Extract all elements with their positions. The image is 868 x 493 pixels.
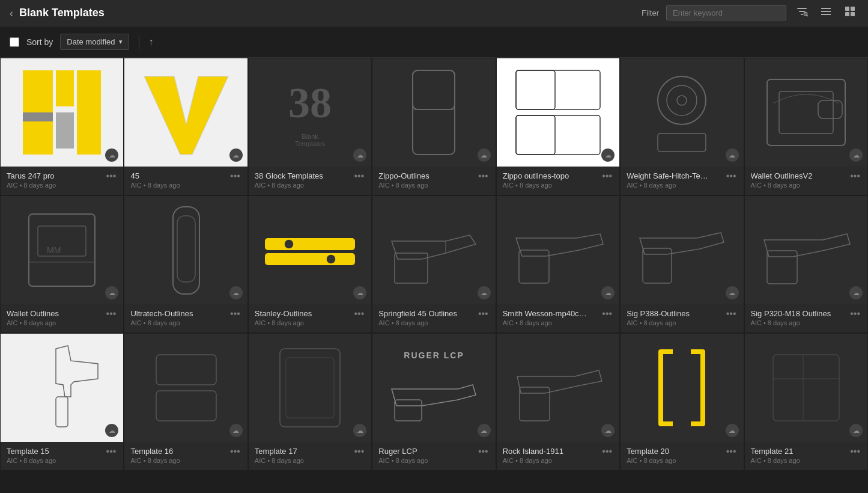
template-card[interactable]: ☁ Template 16 AIC • 8 days ago ••• [124,333,247,471]
card-meta: AIC • 8 days ago [751,182,813,189]
sort-dropdown[interactable]: Date modified ▾ [60,34,129,50]
card-thumbnail: ☁ [249,334,371,442]
back-button[interactable]: ‹ [10,8,13,19]
template-card[interactable]: ☁ Template 15 AIC • 8 days ago ••• [0,333,124,471]
card-menu-button[interactable]: ••• [229,171,241,181]
svg-point-26 [667,85,697,115]
card-name: Wallet OutlinesV2 [751,171,813,180]
card-meta: AIC • 8 days ago [378,182,429,189]
card-thumbnail: ☁ [745,196,867,304]
card-menu-button[interactable]: ••• [477,447,490,456]
card-menu-button[interactable]: ••• [849,171,861,181]
template-card[interactable]: ☁ Rock Island-1911 AIC • 8 days ago ••• [496,333,620,471]
card-text: 38 Glock Templates AIC • 8 days ago [255,171,323,189]
template-card[interactable]: 38 Blank Templates ☁ 38 Glock Templates … [248,58,372,195]
filter-input[interactable] [666,5,786,20]
card-meta: AIC • 8 days ago [7,182,56,189]
template-card[interactable]: ☁ Template 21 AIC • 8 days ago ••• [744,333,868,471]
card-text: Template 21 AIC • 8 days ago [751,447,800,464]
template-card[interactable]: ☁ Template 17 AIC • 8 days ago ••• [248,333,372,471]
card-meta: AIC • 8 days ago [130,457,180,464]
card-menu-button[interactable]: ••• [353,309,365,319]
card-info: Tarus 247 pro AIC • 8 days ago ••• [1,167,123,195]
card-thumbnail: ☁ [124,58,247,167]
svg-rect-11 [851,12,855,16]
card-menu-button[interactable]: ••• [477,171,490,181]
card-menu-button[interactable]: ••• [601,171,613,181]
list-view-button[interactable] [818,3,834,23]
card-menu-button[interactable]: ••• [849,447,861,456]
card-menu-button[interactable]: ••• [849,309,861,319]
card-menu-button[interactable]: ••• [229,447,241,456]
template-card[interactable]: ☁ Sig P388-Outlines AIC • 8 days ago ••• [620,195,744,333]
card-menu-button[interactable]: ••• [725,447,738,456]
sort-direction-button[interactable]: ↑ [149,37,154,47]
card-meta: AIC • 8 days ago [255,457,304,464]
card-menu-button[interactable]: ••• [229,309,241,319]
card-name: Wallet Outlines [7,309,59,318]
card-info: Zippo-Outlines AIC • 8 days ago ••• [372,167,495,195]
template-card[interactable]: ☁ Sig P320-M18 Outlines AIC • 8 days ago… [744,195,868,333]
svg-rect-19 [413,70,455,109]
template-card[interactable]: ☁ Zippo outlines-topo AIC • 8 days ago •… [496,58,620,195]
template-card[interactable]: ☁ Stanley-Outlines AIC • 8 days ago ••• [248,195,372,333]
card-info: Ultratech-Outlines AIC • 8 days ago ••• [124,304,247,332]
svg-rect-44 [519,250,549,283]
card-menu-button[interactable]: ••• [353,171,365,181]
card-menu-button[interactable]: ••• [725,171,738,181]
template-card[interactable]: ☁ Wallet OutlinesV2 AIC • 8 days ago ••• [744,58,868,195]
svg-rect-15 [23,112,53,121]
svg-rect-47 [56,397,68,427]
svg-rect-8 [845,7,849,11]
card-name: Smith Wesson-mp40c-Outlines [503,309,587,318]
card-meta: AIC • 8 days ago [255,319,312,326]
select-all-checkbox[interactable] [10,37,19,47]
card-menu-button[interactable]: ••• [725,309,738,319]
cloud-badge: ☁ [849,286,863,299]
grid-view-button[interactable] [842,3,858,23]
card-menu-button[interactable]: ••• [353,447,365,456]
card-name: Template 20 [627,447,676,456]
card-menu-button[interactable]: ••• [477,309,490,319]
card-meta: AIC • 8 days ago [627,182,711,189]
card-info: Template 15 AIC • 8 days ago ••• [1,442,123,470]
card-menu-button[interactable]: ••• [105,447,118,456]
svg-rect-24 [516,115,555,155]
card-menu-button[interactable]: ••• [601,447,613,456]
list-view-icon [820,5,832,17]
template-card[interactable]: ☁ Tarus 247 pro AIC • 8 days ago ••• [0,58,124,195]
template-card[interactable]: ☁ Springfield 45 Outlines AIC • 8 days a… [372,195,496,333]
card-name: Ultratech-Outlines [130,309,193,318]
filter-icon-button[interactable] [794,3,810,23]
card-thumbnail: ☁ [1,334,123,442]
card-info: Wallet OutlinesV2 AIC • 8 days ago ••• [745,167,867,195]
svg-rect-49 [156,391,216,421]
card-info: Springfield 45 Outlines AIC • 8 days ago… [372,304,495,332]
template-card[interactable]: ☁ Ultratech-Outlines AIC • 8 days ago ••… [124,195,247,333]
template-card[interactable]: MM ☁ Wallet Outlines AIC • 8 days ago ••… [0,195,124,333]
card-menu-button[interactable]: ••• [601,309,613,319]
chevron-down-icon: ▾ [119,38,123,46]
template-card[interactable]: ☁ 45 AIC • 8 days ago ••• [124,58,247,195]
svg-rect-40 [265,253,355,265]
card-info: Sig P320-M18 Outlines AIC • 8 days ago •… [745,304,867,332]
cloud-badge: ☁ [726,424,739,437]
card-info: Rock Island-1911 AIC • 8 days ago ••• [497,442,619,470]
cloud-badge: ☁ [601,149,615,162]
template-card[interactable]: ☁ Smith Wesson-mp40c-Outlines AIC • 8 da… [496,195,620,333]
template-card[interactable]: ☁ Template 20 AIC • 8 days ago ••• [620,333,744,471]
cloud-badge: ☁ [726,286,739,299]
card-text: Template 16 AIC • 8 days ago [130,447,180,464]
template-card[interactable]: ☁ Zippo-Outlines AIC • 8 days ago ••• [372,58,496,195]
svg-rect-51 [286,358,334,418]
card-info: Sig P388-Outlines AIC • 8 days ago ••• [621,304,743,332]
template-card[interactable]: ☁ Weight Safe-Hitch-Template AIC • 8 day… [620,58,744,195]
template-card[interactable]: RUGER LCP ☁ Ruger LCP AIC • 8 days ago •… [372,333,496,471]
card-menu-button[interactable]: ••• [105,309,118,319]
svg-text:MM: MM [47,245,61,255]
card-name: Zippo-Outlines [378,171,429,180]
card-menu-button[interactable]: ••• [105,171,118,181]
svg-rect-46 [767,251,797,284]
card-thumbnail: ☁ [497,196,619,304]
card-name: 45 [130,171,180,180]
